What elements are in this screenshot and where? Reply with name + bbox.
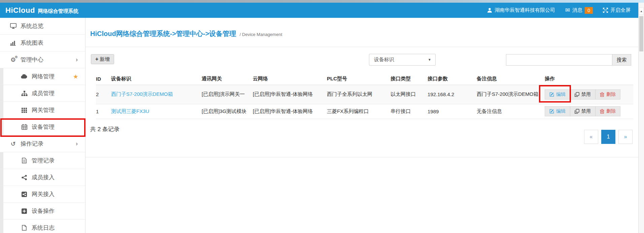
col-header-plc-model: PLC型号 <box>327 73 391 85</box>
edit-button[interactable]: 编辑 <box>545 89 570 100</box>
sidebar-item-label: 系统总览 <box>21 22 43 30</box>
pagination-next-button[interactable]: » <box>618 130 633 144</box>
sidebar-item-member-management[interactable]: 成员管理 <box>0 85 85 102</box>
cell-plc-model: 西门子全系列以太网 <box>327 85 391 104</box>
filter-field-value: 设备标识 <box>374 56 394 63</box>
messages-menu[interactable]: ✉ 消息 0 <box>565 7 593 14</box>
vertical-scrollbar[interactable]: ▲ <box>638 3 644 233</box>
search-input[interactable] <box>506 54 612 66</box>
sidebar-item-system-logs[interactable]: 系统日志 <box>0 220 85 233</box>
topbar: HiCloud 网络综合管理系统 湖南华辰智通科技有限公司 ✉ 消息 0 开启全… <box>0 3 644 18</box>
delete-button[interactable]: 删除 <box>595 106 620 116</box>
disable-icon <box>575 109 579 114</box>
trash-icon <box>600 92 604 97</box>
breadcrumb-subtitle: / Device Management <box>240 32 282 37</box>
messages-label: 消息 <box>572 7 582 13</box>
chevron-right-icon: › <box>76 56 78 63</box>
envelope-icon: ✉ <box>565 7 570 13</box>
sidebar-item-gateway-access[interactable]: 网关接入 <box>0 186 85 203</box>
sidebar-item-system-overview[interactable]: 系统总览 <box>0 18 85 35</box>
sidebar-item-label: 管理记录 <box>32 157 55 164</box>
device-name-link[interactable]: 测试用三菱FX3U <box>111 108 149 114</box>
search-group: 搜索 <box>506 54 631 66</box>
topbar-right: 湖南华辰智通科技有限公司 ✉ 消息 0 开启全屏 <box>487 7 631 14</box>
scrollbar-thumb[interactable] <box>639 16 643 51</box>
edit-icon <box>549 109 554 114</box>
device-table-wrap: ID 设备标识 通讯网关 云网络 PLC型号 接口类型 接口参数 备注信息 操作… <box>96 73 633 119</box>
cell-interface-type: 以太网接口 <box>391 85 428 104</box>
cell-cloud-network: [已启用]华辰智通-体验网络 <box>253 85 327 104</box>
cell-plc-model: 三菱FX系列编程口 <box>327 104 391 119</box>
filter-field-select[interactable]: 设备标识 ▼ <box>369 54 436 66</box>
share-icon <box>20 175 29 180</box>
sidebar-item-device-operations[interactable]: 设备操作 <box>0 203 85 220</box>
scrollbar-up-arrow[interactable]: ▲ <box>639 7 644 15</box>
sidebar: 系统总览 系统图表 ⚙⚙ 管理中心 › 网络管理 ★ 成员管理 网关管理 <box>0 18 86 233</box>
search-button[interactable]: 搜索 <box>612 54 631 66</box>
brand-logo[interactable]: HiCloud 网络综合管理系统 <box>5 6 78 15</box>
cell-interface-param: 1989 <box>428 104 477 119</box>
share-square-icon <box>20 192 29 197</box>
col-header-cloud-network: 云网络 <box>253 73 327 85</box>
records-count: 共 2 条记录 <box>90 125 120 133</box>
company-menu[interactable]: 湖南华辰智通科技有限公司 <box>487 7 555 13</box>
expand-icon <box>603 8 608 13</box>
col-header-remark: 备注信息 <box>477 73 545 85</box>
sitemap-icon <box>20 91 29 96</box>
main-content: HiCloud网络综合管理系统->管理中心->设备管理 / Device Man… <box>86 18 638 233</box>
cell-id: 2 <box>96 85 111 104</box>
cell-id: 1 <box>96 104 111 119</box>
sidebar-item-network-management[interactable]: 网络管理 ★ <box>0 68 85 85</box>
edit-button[interactable]: 编辑 <box>545 106 570 116</box>
pagination-prev-button[interactable]: « <box>584 130 598 144</box>
pagination-page-1-button[interactable]: 1 <box>601 130 615 144</box>
cell-interface-param: 192.168.4.2 <box>428 85 477 104</box>
disable-icon <box>575 92 579 97</box>
breadcrumb: HiCloud网络综合管理系统->管理中心->设备管理 <box>90 30 236 37</box>
col-header-interface-param: 接口参数 <box>428 73 477 85</box>
window-edge-strip <box>0 0 644 3</box>
device-name-link[interactable]: 西门子S7-200演示DEMO箱 <box>111 91 173 97</box>
calendar-icon <box>20 124 29 130</box>
sidebar-item-gateway-management[interactable]: 网关管理 <box>0 102 85 119</box>
sidebar-item-management-records[interactable]: 管理记录 <box>0 152 85 169</box>
grid-icon <box>20 108 29 113</box>
file-icon <box>20 225 29 231</box>
row-actions: 编辑 禁用 <box>545 89 620 100</box>
cell-gateway: [已启用]3G测试模块 <box>202 104 253 119</box>
page-header: HiCloud网络综合管理系统->管理中心->设备管理 / Device Man… <box>86 18 638 47</box>
disable-button[interactable]: 禁用 <box>570 106 596 116</box>
sidebar-item-member-access[interactable]: 成员接入 <box>0 169 85 186</box>
plus-icon: + <box>95 56 98 62</box>
sidebar-item-management-center[interactable]: ⚙⚙ 管理中心 › <box>0 51 85 68</box>
cloud-icon <box>20 74 29 79</box>
bar-chart-icon <box>9 40 18 46</box>
delete-button[interactable]: 删除 <box>595 89 620 100</box>
brand-name: HiCloud <box>5 6 35 15</box>
trash-icon <box>600 109 604 114</box>
company-name: 湖南华辰智通科技有限公司 <box>495 7 555 13</box>
sidebar-item-device-management[interactable]: 设备管理 <box>0 119 85 135</box>
brand-suffix: 网络综合管理系统 <box>38 8 78 14</box>
sidebar-item-system-charts[interactable]: 系统图表 <box>0 35 85 51</box>
sidebar-item-label: 设备操作 <box>32 207 55 215</box>
gears-icon: ⚙⚙ <box>9 57 18 63</box>
desktop-icon <box>9 23 18 29</box>
sidebar-item-label: 操作记录 <box>21 140 43 148</box>
col-header-gateway: 通讯网关 <box>202 73 253 85</box>
table-row: 1 测试用三菱FX3U [已启用]3G测试模块 [已启用]华辰智通-体验网络 三… <box>96 104 633 119</box>
fullscreen-toggle[interactable]: 开启全屏 <box>603 7 631 13</box>
col-header-interface-type: 接口类型 <box>391 73 428 85</box>
history-icon: ↺ <box>9 140 18 148</box>
sidebar-item-label: 成员接入 <box>32 173 55 181</box>
messages-count-badge: 0 <box>585 7 593 14</box>
sidebar-item-operation-records[interactable]: ↺ 操作记录 › <box>0 135 85 152</box>
col-header-device-name: 设备标识 <box>111 73 202 85</box>
plus-square-icon <box>20 208 29 214</box>
edit-icon <box>549 92 554 97</box>
add-button[interactable]: + 新增 <box>91 54 114 64</box>
col-header-actions: 操作 <box>545 73 633 85</box>
cell-interface-type: 串行接口 <box>391 104 428 119</box>
disable-button[interactable]: 禁用 <box>570 89 596 100</box>
table-row: 2 西门子S7-200演示DEMO箱 [已启用]演示网关一 [已启用]华辰智通-… <box>96 85 633 104</box>
